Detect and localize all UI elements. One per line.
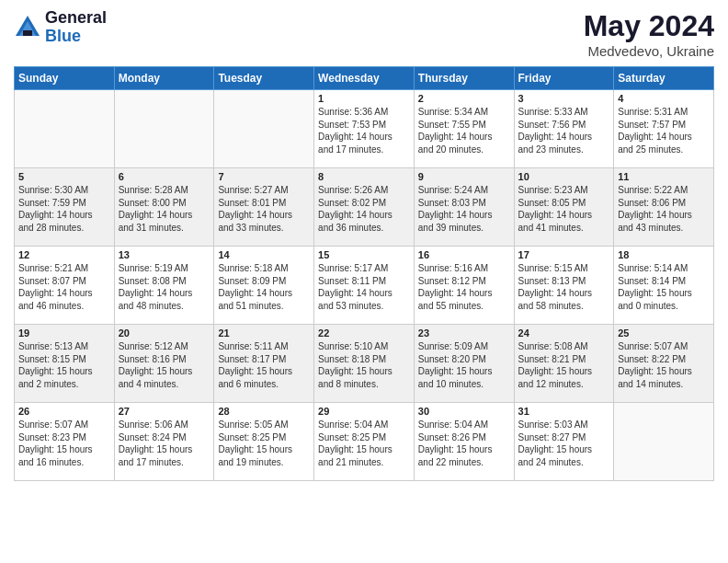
day-number: 4 [618,93,710,104]
day-number: 18 [618,249,710,260]
calendar-cell: 24Sunrise: 5:08 AM Sunset: 8:21 PM Dayli… [514,325,614,403]
day-number: 17 [518,249,610,260]
day-number: 27 [119,406,210,417]
calendar-cell: 27Sunrise: 5:06 AM Sunset: 8:24 PM Dayli… [114,403,214,481]
day-header: Friday [514,67,614,90]
logo-blue: Blue [45,28,107,46]
calendar-cell: 10Sunrise: 5:23 AM Sunset: 8:05 PM Dayli… [514,168,614,247]
day-number: 31 [518,406,610,417]
calendar-cell [614,403,714,481]
day-number: 26 [18,406,110,417]
day-info: Sunrise: 5:08 AM Sunset: 8:21 PM Dayligh… [518,340,610,390]
day-number: 15 [318,249,410,260]
day-info: Sunrise: 5:22 AM Sunset: 8:06 PM Dayligh… [618,184,710,234]
calendar-cell: 8Sunrise: 5:26 AM Sunset: 8:02 PM Daylig… [314,168,415,247]
day-number: 19 [18,327,110,339]
svg-rect-2 [23,30,32,36]
calendar-cell: 17Sunrise: 5:15 AM Sunset: 8:13 PM Dayli… [514,247,614,325]
day-number: 6 [119,171,210,182]
day-number: 14 [218,249,310,260]
calendar-cell: 31Sunrise: 5:03 AM Sunset: 8:27 PM Dayli… [514,403,614,481]
day-info: Sunrise: 5:15 AM Sunset: 8:13 PM Dayligh… [518,262,610,312]
day-number: 7 [218,171,310,182]
day-number: 23 [418,327,510,339]
day-number: 16 [418,249,510,260]
day-info: Sunrise: 5:12 AM Sunset: 8:16 PM Dayligh… [119,340,210,390]
day-header: Thursday [414,67,514,90]
day-info: Sunrise: 5:18 AM Sunset: 8:09 PM Dayligh… [218,262,310,312]
day-number: 5 [18,171,110,182]
day-number: 2 [418,93,510,104]
day-info: Sunrise: 5:03 AM Sunset: 8:27 PM Dayligh… [518,419,610,468]
day-info: Sunrise: 5:30 AM Sunset: 7:59 PM Dayligh… [18,184,110,234]
day-info: Sunrise: 5:34 AM Sunset: 7:55 PM Dayligh… [418,106,510,155]
calendar-cell: 15Sunrise: 5:17 AM Sunset: 8:11 PM Dayli… [314,247,415,325]
calendar-cell: 18Sunrise: 5:14 AM Sunset: 8:14 PM Dayli… [614,247,714,325]
day-info: Sunrise: 5:07 AM Sunset: 8:23 PM Dayligh… [18,419,110,468]
calendar-cell: 4Sunrise: 5:31 AM Sunset: 7:57 PM Daylig… [614,90,714,168]
calendar-cell: 3Sunrise: 5:33 AM Sunset: 7:56 PM Daylig… [514,90,614,168]
calendar-cell: 23Sunrise: 5:09 AM Sunset: 8:20 PM Dayli… [414,325,514,403]
calendar-cell: 25Sunrise: 5:07 AM Sunset: 8:22 PM Dayli… [614,325,714,403]
title-block: May 2024 Medvedevo, Ukraine [584,9,714,59]
calendar-cell: 5Sunrise: 5:30 AM Sunset: 7:59 PM Daylig… [15,168,115,247]
day-info: Sunrise: 5:06 AM Sunset: 8:24 PM Dayligh… [119,419,210,468]
day-number: 29 [318,406,410,417]
calendar-cell: 22Sunrise: 5:10 AM Sunset: 8:18 PM Dayli… [314,325,415,403]
logo-text: General Blue [45,9,107,46]
calendar-cell: 2Sunrise: 5:34 AM Sunset: 7:55 PM Daylig… [414,90,514,168]
calendar-cell: 9Sunrise: 5:24 AM Sunset: 8:03 PM Daylig… [414,168,514,247]
day-info: Sunrise: 5:05 AM Sunset: 8:25 PM Dayligh… [218,419,310,468]
day-info: Sunrise: 5:11 AM Sunset: 8:17 PM Dayligh… [218,340,310,390]
day-info: Sunrise: 5:28 AM Sunset: 8:00 PM Dayligh… [119,184,210,234]
day-number: 25 [618,327,710,339]
day-header: Saturday [614,67,714,90]
day-number: 13 [119,249,210,260]
calendar: SundayMondayTuesdayWednesdayThursdayFrid… [14,66,714,481]
day-header: Tuesday [214,67,314,90]
logo: General Blue [14,9,107,46]
calendar-cell: 16Sunrise: 5:16 AM Sunset: 8:12 PM Dayli… [414,247,514,325]
day-info: Sunrise: 5:26 AM Sunset: 8:02 PM Dayligh… [318,184,410,234]
day-number: 12 [18,249,110,260]
day-info: Sunrise: 5:36 AM Sunset: 7:53 PM Dayligh… [318,106,410,155]
calendar-cell: 20Sunrise: 5:12 AM Sunset: 8:16 PM Dayli… [114,325,214,403]
day-number: 3 [518,93,610,104]
day-number: 10 [518,171,610,182]
day-number: 21 [218,327,310,339]
day-number: 24 [518,327,610,339]
header: General Blue May 2024 Medvedevo, Ukraine [14,9,714,59]
calendar-cell: 19Sunrise: 5:13 AM Sunset: 8:15 PM Dayli… [15,325,115,403]
day-info: Sunrise: 5:31 AM Sunset: 7:57 PM Dayligh… [618,106,710,155]
day-info: Sunrise: 5:27 AM Sunset: 8:01 PM Dayligh… [218,184,310,234]
day-info: Sunrise: 5:24 AM Sunset: 8:03 PM Dayligh… [418,184,510,234]
day-header: Wednesday [314,67,415,90]
calendar-cell [114,90,214,168]
calendar-cell: 30Sunrise: 5:04 AM Sunset: 8:26 PM Dayli… [414,403,514,481]
calendar-cell [15,90,115,168]
day-number: 28 [218,406,310,417]
day-info: Sunrise: 5:16 AM Sunset: 8:12 PM Dayligh… [418,262,510,312]
day-number: 20 [119,327,210,339]
day-info: Sunrise: 5:09 AM Sunset: 8:20 PM Dayligh… [418,340,510,390]
day-info: Sunrise: 5:21 AM Sunset: 8:07 PM Dayligh… [18,262,110,312]
day-info: Sunrise: 5:23 AM Sunset: 8:05 PM Dayligh… [518,184,610,234]
calendar-cell: 13Sunrise: 5:19 AM Sunset: 8:08 PM Dayli… [114,247,214,325]
calendar-cell: 1Sunrise: 5:36 AM Sunset: 7:53 PM Daylig… [314,90,415,168]
day-info: Sunrise: 5:19 AM Sunset: 8:08 PM Dayligh… [119,262,210,312]
calendar-cell: 26Sunrise: 5:07 AM Sunset: 8:23 PM Dayli… [15,403,115,481]
calendar-cell: 6Sunrise: 5:28 AM Sunset: 8:00 PM Daylig… [114,168,214,247]
day-info: Sunrise: 5:13 AM Sunset: 8:15 PM Dayligh… [18,340,110,390]
month-title: May 2024 [584,9,714,43]
day-number: 1 [318,93,410,104]
day-info: Sunrise: 5:14 AM Sunset: 8:14 PM Dayligh… [618,262,710,312]
calendar-cell: 28Sunrise: 5:05 AM Sunset: 8:25 PM Dayli… [214,403,314,481]
day-info: Sunrise: 5:07 AM Sunset: 8:22 PM Dayligh… [618,340,710,390]
day-header: Sunday [15,67,115,90]
location: Medvedevo, Ukraine [584,43,714,59]
calendar-cell: 29Sunrise: 5:04 AM Sunset: 8:25 PM Dayli… [314,403,415,481]
logo-general: General [45,9,107,28]
day-info: Sunrise: 5:04 AM Sunset: 8:25 PM Dayligh… [318,419,410,468]
day-number: 8 [318,171,410,182]
logo-icon [14,14,41,41]
